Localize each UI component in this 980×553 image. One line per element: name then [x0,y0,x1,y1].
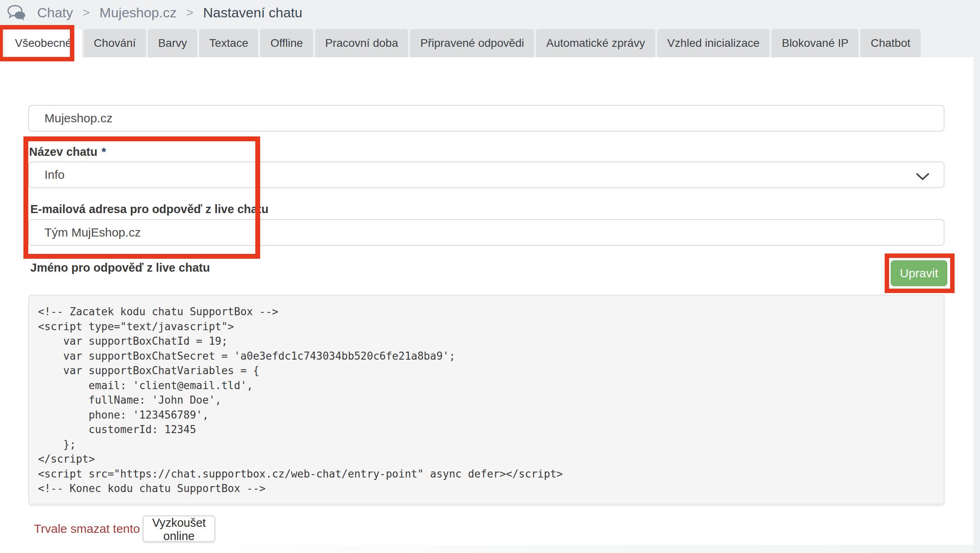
breadcrumb-separator: > [186,6,193,19]
reply-name-label: Jméno pro odpověď z live chatu [30,261,210,274]
tab-textace[interactable]: Textace [199,29,259,57]
chat-bubbles-icon [6,4,27,21]
tab-vzhled-inicializace[interactable]: Vzhled inicializace [657,29,770,57]
breadcrumb-item-current: Nastavení chatu [203,5,303,21]
tab-pracovn-doba[interactable]: Pracovní doba [315,29,408,57]
chevron-down-icon [915,170,930,184]
try-online-button[interactable]: Vyzkoušet online [143,515,215,542]
annotation-box-reply-fields [23,136,260,259]
annotation-box-edit-button [885,253,955,293]
tab-automatick-zpr-vy[interactable]: Automatické zprávy [536,29,655,57]
breadcrumb-separator: > [83,6,90,19]
breadcrumb-item-chaty[interactable]: Chaty [37,5,73,21]
page-header: Chaty > Mujeshop.cz > Nastavení chatu Vš… [0,0,980,57]
annotation-box-active-tab [0,25,74,61]
breadcrumb-item-mujeshop[interactable]: Mujeshop.cz [99,5,177,21]
tab-chov-n-[interactable]: Chování [84,29,146,57]
embed-code-text: <!-- Zacatek kodu chatu SupportBox --> <… [38,304,940,496]
settings-tabbar: VšeobecnéChováníBarvyTextaceOfflinePraco… [5,29,921,57]
bottom-fade-decoration [170,545,974,553]
breadcrumb: Chaty > Mujeshop.cz > Nastavení chatu [6,3,302,22]
chat-name-input[interactable] [28,105,944,132]
settings-panel: Název chatu* E-mailová adresa pro odpově… [0,57,974,553]
tab-chatbot[interactable]: Chatbot [860,29,920,57]
tab-barvy[interactable]: Barvy [148,29,197,57]
tab-p-ipraven-odpov-di[interactable]: Připravené odpovědi [410,29,534,57]
tab-offline[interactable]: Offline [260,29,313,57]
embed-code-block: <!-- Zacatek kodu chatu SupportBox --> <… [28,295,944,505]
tab-blokovan-ip[interactable]: Blokované IP [772,29,858,57]
